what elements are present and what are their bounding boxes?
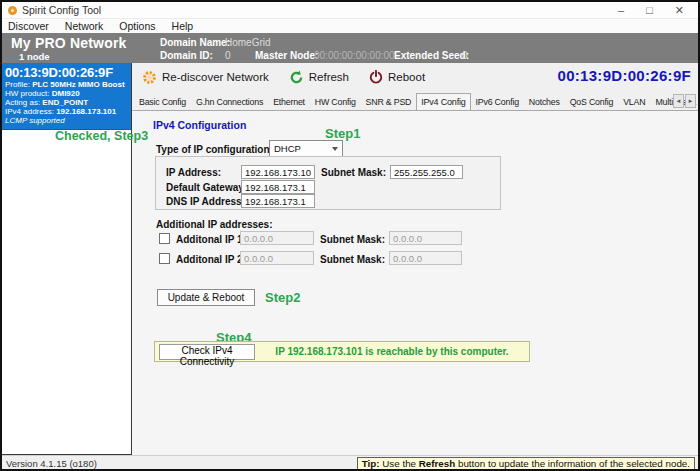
maximize-button[interactable]: □ bbox=[646, 3, 653, 18]
extended-seed-value: 0 bbox=[462, 50, 468, 61]
domain-header: My PRO Network 1 node Domain Name: HomeG… bbox=[2, 33, 698, 63]
ip-address-label: IP Address: bbox=[166, 167, 221, 178]
app-window: Spirit Config Tool – □ ✕ Discover Networ… bbox=[0, 0, 700, 471]
close-button[interactable]: ✕ bbox=[675, 3, 684, 18]
menu-item-discover[interactable]: Discover bbox=[8, 20, 49, 32]
annotation-step2: Step2 bbox=[265, 290, 300, 305]
chevron-down-icon bbox=[332, 147, 338, 151]
tab-bar: Basic Config G.hn Connections Ethernet H… bbox=[132, 91, 698, 111]
dns-ip-field[interactable] bbox=[241, 194, 315, 208]
refresh-icon bbox=[289, 70, 304, 85]
tab-scroll-left-icon[interactable]: ◄ bbox=[673, 94, 684, 108]
panel-heading: IPv4 Configuration bbox=[153, 119, 246, 131]
tab-notches[interactable]: Notches bbox=[524, 93, 565, 110]
master-node-value: 00:00:00:00:00:00 bbox=[314, 50, 395, 61]
node-mac: 00:13:9D:00:26:9F bbox=[5, 65, 128, 80]
window-title: Spirit Config Tool bbox=[22, 4, 101, 16]
title-bar: Spirit Config Tool – □ ✕ bbox=[2, 2, 698, 19]
additional-ip2-field[interactable] bbox=[240, 251, 314, 265]
node-count: 1 node bbox=[19, 51, 50, 62]
ip-config-type-select[interactable]: DHCP bbox=[269, 140, 343, 157]
node-list-sidebar: 00:13:9D:00:26:9F Profile: PLC 50MHz MIM… bbox=[2, 63, 132, 455]
domain-id-label: Domain ID: bbox=[160, 50, 213, 61]
additional-ip1-field[interactable] bbox=[240, 231, 314, 245]
tab-vlan[interactable]: VLAN bbox=[618, 93, 650, 110]
tab-scroll-right-icon[interactable]: ► bbox=[685, 94, 696, 108]
node-acting-as: Acting as: END_POINT bbox=[5, 98, 128, 107]
tab-qos-config[interactable]: QoS Config bbox=[565, 93, 618, 110]
additional-ip1-subnet-label: Subnet Mask: bbox=[320, 234, 385, 245]
tab-ipv4-config[interactable]: IPv4 Config bbox=[416, 93, 470, 111]
node-profile: Profile: PLC 50MHz MIMO Boost bbox=[5, 80, 128, 89]
tab-basic-config[interactable]: Basic Config bbox=[134, 93, 191, 110]
annotation-step1: Step1 bbox=[325, 126, 360, 141]
menu-item-network[interactable]: Network bbox=[65, 20, 104, 32]
menu-item-help[interactable]: Help bbox=[172, 20, 194, 32]
network-name: My PRO Network bbox=[11, 35, 127, 51]
address-groupbox: IP Address: Subnet Mask: Default Gateway… bbox=[155, 156, 501, 210]
additional-ip2-subnet-label: Subnet Mask: bbox=[320, 254, 385, 265]
master-node-label: Master Node: bbox=[255, 50, 318, 61]
domain-name-label: Domain Name: bbox=[160, 37, 230, 48]
extended-seed-label: Extended Seed: bbox=[394, 50, 469, 61]
menu-item-options[interactable]: Options bbox=[119, 20, 155, 32]
status-bar: Version 4.1.15 (o180) Tip: Use the Refre… bbox=[2, 455, 698, 471]
additional-ip2-label: Additonal IP 2: bbox=[176, 254, 246, 265]
update-reboot-button[interactable]: Update & Reboot bbox=[157, 289, 255, 306]
additional-ip1-checkbox[interactable] bbox=[159, 233, 170, 244]
version-text: Version 4.1.15 (o180) bbox=[6, 458, 97, 469]
reboot-button[interactable]: Reboot bbox=[369, 70, 425, 84]
selected-node-mac: 00:13:9D:00:26:9F bbox=[558, 67, 692, 84]
minimize-button[interactable]: – bbox=[618, 3, 624, 18]
rediscover-network-button[interactable]: Re-discover Network bbox=[142, 70, 269, 85]
default-gateway-field[interactable] bbox=[241, 180, 315, 194]
tab-ethernet[interactable]: Ethernet bbox=[268, 93, 310, 110]
connectivity-result-text: IP 192.168.173.101 is reachable by this … bbox=[255, 346, 529, 357]
check-ipv4-connectivity-button[interactable]: Check IPv4 Connectivity bbox=[159, 344, 255, 360]
tab-hw-config[interactable]: HW Config bbox=[310, 93, 361, 110]
ipv4-config-panel: IPv4 Configuration Step1 Type of IP conf… bbox=[132, 111, 698, 455]
toolbar: Re-discover Network Refresh Reboot 00:13… bbox=[132, 63, 698, 91]
tip-box: Tip: Use the Refresh button to update th… bbox=[357, 457, 695, 471]
additional-ip1-label: Additonal IP 1: bbox=[176, 234, 246, 245]
node-hw-product: HW product: DMI920 bbox=[5, 89, 128, 98]
node-lcmp-support: LCMP supported bbox=[5, 116, 128, 126]
subnet-mask-field[interactable] bbox=[390, 165, 463, 179]
domain-id-value: 0 bbox=[225, 50, 231, 61]
power-icon bbox=[369, 70, 383, 84]
tab-snr-psd[interactable]: SNR & PSD bbox=[361, 93, 417, 110]
connectivity-result-bar: Check IPv4 Connectivity IP 192.168.173.1… bbox=[154, 341, 530, 362]
additional-ip2-subnet-field[interactable] bbox=[389, 251, 462, 265]
gear-icon bbox=[142, 70, 157, 85]
subnet-mask-label: Subnet Mask: bbox=[321, 167, 386, 178]
annotation-step3: Checked, Step3 bbox=[55, 129, 148, 143]
menu-bar: Discover Network Options Help bbox=[2, 19, 698, 33]
refresh-button[interactable]: Refresh bbox=[289, 70, 349, 85]
node-list-item-selected[interactable]: 00:13:9D:00:26:9F Profile: PLC 50MHz MIM… bbox=[2, 63, 131, 130]
ip-address-field[interactable] bbox=[241, 165, 315, 179]
app-logo-icon bbox=[8, 6, 17, 15]
domain-name-value: HomeGrid bbox=[225, 37, 271, 48]
default-gateway-label: Default Gateway: bbox=[166, 182, 247, 193]
additional-ip1-subnet-field[interactable] bbox=[389, 231, 462, 245]
tab-ipv6-config[interactable]: IPv6 Config bbox=[471, 93, 524, 110]
additional-ip-heading: Additional IP addresses: bbox=[156, 219, 273, 230]
node-ipv4-address: IPv4 address: 192.168.173.101 bbox=[5, 107, 128, 116]
ip-config-type-label: Type of IP configuration: bbox=[156, 144, 273, 155]
dns-ip-label: DNS IP Address: bbox=[166, 196, 245, 207]
tab-ghn-connections[interactable]: G.hn Connections bbox=[191, 93, 268, 110]
additional-ip2-checkbox[interactable] bbox=[159, 253, 170, 264]
